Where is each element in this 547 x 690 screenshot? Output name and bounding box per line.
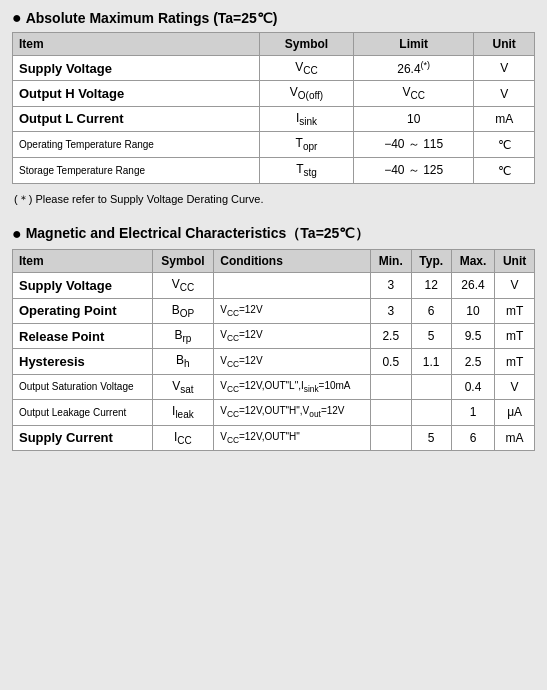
- cell-unit: mA: [495, 425, 535, 450]
- cell-conditions: VCC=12V,OUT"H",Vout=12V: [214, 400, 371, 425]
- cell-typ: [411, 374, 451, 399]
- cell-max: 9.5: [451, 323, 494, 348]
- table-row: Output Leakage Current Ileak VCC=12V,OUT…: [13, 400, 535, 425]
- col-typ: Typ.: [411, 250, 451, 273]
- cell-limit: −40 ～ 125: [354, 158, 474, 184]
- cell-min: [371, 425, 411, 450]
- cell-min: [371, 400, 411, 425]
- cell-min: 2.5: [371, 323, 411, 348]
- col-item2: Item: [13, 250, 153, 273]
- cell-unit: V: [474, 81, 535, 106]
- col-unit1: Unit: [474, 33, 535, 56]
- col-symbol2: Symbol: [152, 250, 214, 273]
- cell-conditions: VCC=12V: [214, 298, 371, 323]
- table-row: Output H Voltage VO(off) VCC V: [13, 81, 535, 106]
- bullet2: ●: [12, 226, 22, 242]
- cell-item: Supply Current: [13, 425, 153, 450]
- table-row: Supply Voltage VCC 3 12 26.4 V: [13, 273, 535, 298]
- cell-item: Output L Current: [13, 106, 260, 131]
- cell-item: Operating Point: [13, 298, 153, 323]
- table-row: Hysteresis Bh VCC=12V 0.5 1.1 2.5 mT: [13, 349, 535, 374]
- cell-item: Operating Temperature Range: [13, 132, 260, 158]
- col-min: Min.: [371, 250, 411, 273]
- cell-item: Supply Voltage: [13, 56, 260, 81]
- cell-unit: V: [495, 273, 535, 298]
- cell-conditions: VCC=12V: [214, 323, 371, 348]
- cell-unit: mT: [495, 323, 535, 348]
- cell-symbol: BOP: [152, 298, 214, 323]
- cell-typ: 5: [411, 323, 451, 348]
- cell-min: 0.5: [371, 349, 411, 374]
- cell-item: Output H Voltage: [13, 81, 260, 106]
- section1-title-text: Absolute Maximum Ratings (Ta=25℃): [26, 10, 278, 26]
- cell-unit: ℃: [474, 132, 535, 158]
- cell-unit: V: [474, 56, 535, 81]
- table-row: Release Point Brp VCC=12V 2.5 5 9.5 mT: [13, 323, 535, 348]
- cell-typ: 12: [411, 273, 451, 298]
- cell-symbol: Tstg: [259, 158, 353, 184]
- cell-typ: 5: [411, 425, 451, 450]
- cell-limit: 10: [354, 106, 474, 131]
- cell-max: 26.4: [451, 273, 494, 298]
- section2-title: ● Magnetic and Electrical Characteristic…: [12, 225, 535, 243]
- section1-note: (＊) Please refer to Supply Voltage Derat…: [12, 192, 535, 207]
- cell-symbol: Ileak: [152, 400, 214, 425]
- cell-symbol: Bh: [152, 349, 214, 374]
- bullet1: ●: [12, 10, 22, 26]
- table-row: Supply Current ICC VCC=12V,OUT"H" 5 6 mA: [13, 425, 535, 450]
- cell-unit: V: [495, 374, 535, 399]
- cell-symbol: Vsat: [152, 374, 214, 399]
- cell-min: 3: [371, 298, 411, 323]
- cell-symbol: VO(off): [259, 81, 353, 106]
- section2-title-text: Magnetic and Electrical Characteristics（…: [26, 225, 370, 243]
- cell-item: Output Saturation Voltage: [13, 374, 153, 399]
- cell-symbol: VCC: [259, 56, 353, 81]
- cell-unit: mT: [495, 298, 535, 323]
- cell-item: Output Leakage Current: [13, 400, 153, 425]
- cell-unit: μA: [495, 400, 535, 425]
- cell-limit: −40 ～ 115: [354, 132, 474, 158]
- cell-conditions: VCC=12V,OUT"L",Isink=10mA: [214, 374, 371, 399]
- cell-typ: [411, 400, 451, 425]
- cell-min: 3: [371, 273, 411, 298]
- col-conditions: Conditions: [214, 250, 371, 273]
- col-max: Max.: [451, 250, 494, 273]
- cell-item: Hysteresis: [13, 349, 153, 374]
- cell-conditions: [214, 273, 371, 298]
- cell-max: 1: [451, 400, 494, 425]
- cell-symbol: Brp: [152, 323, 214, 348]
- cell-unit: mT: [495, 349, 535, 374]
- cell-item: Storage Temperature Range: [13, 158, 260, 184]
- section1-title: ● Absolute Maximum Ratings (Ta=25℃): [12, 10, 535, 26]
- cell-min: [371, 374, 411, 399]
- cell-symbol: ICC: [152, 425, 214, 450]
- cell-conditions: VCC=12V: [214, 349, 371, 374]
- col-symbol1: Symbol: [259, 33, 353, 56]
- cell-unit: mA: [474, 106, 535, 131]
- table-row: Operating Point BOP VCC=12V 3 6 10 mT: [13, 298, 535, 323]
- cell-unit: ℃: [474, 158, 535, 184]
- cell-conditions: VCC=12V,OUT"H": [214, 425, 371, 450]
- col-unit2: Unit: [495, 250, 535, 273]
- section1: ● Absolute Maximum Ratings (Ta=25℃) Item…: [12, 10, 535, 207]
- cell-max: 6: [451, 425, 494, 450]
- table-row: Supply Voltage VCC 26.4(*) V: [13, 56, 535, 81]
- cell-limit: VCC: [354, 81, 474, 106]
- col-item1: Item: [13, 33, 260, 56]
- table-row: Operating Temperature Range Topr −40 ～ 1…: [13, 132, 535, 158]
- table-row: Storage Temperature Range Tstg −40 ～ 125…: [13, 158, 535, 184]
- cell-item: Supply Voltage: [13, 273, 153, 298]
- section2-table: Item Symbol Conditions Min. Typ. Max. Un…: [12, 249, 535, 451]
- cell-symbol: Isink: [259, 106, 353, 131]
- cell-limit: 26.4(*): [354, 56, 474, 81]
- cell-typ: 6: [411, 298, 451, 323]
- section1-table: Item Symbol Limit Unit Supply Voltage VC…: [12, 32, 535, 184]
- cell-max: 0.4: [451, 374, 494, 399]
- cell-item: Release Point: [13, 323, 153, 348]
- section2: ● Magnetic and Electrical Characteristic…: [12, 225, 535, 451]
- table-row: Output L Current Isink 10 mA: [13, 106, 535, 131]
- cell-max: 10: [451, 298, 494, 323]
- table-row: Output Saturation Voltage Vsat VCC=12V,O…: [13, 374, 535, 399]
- cell-typ: 1.1: [411, 349, 451, 374]
- cell-max: 2.5: [451, 349, 494, 374]
